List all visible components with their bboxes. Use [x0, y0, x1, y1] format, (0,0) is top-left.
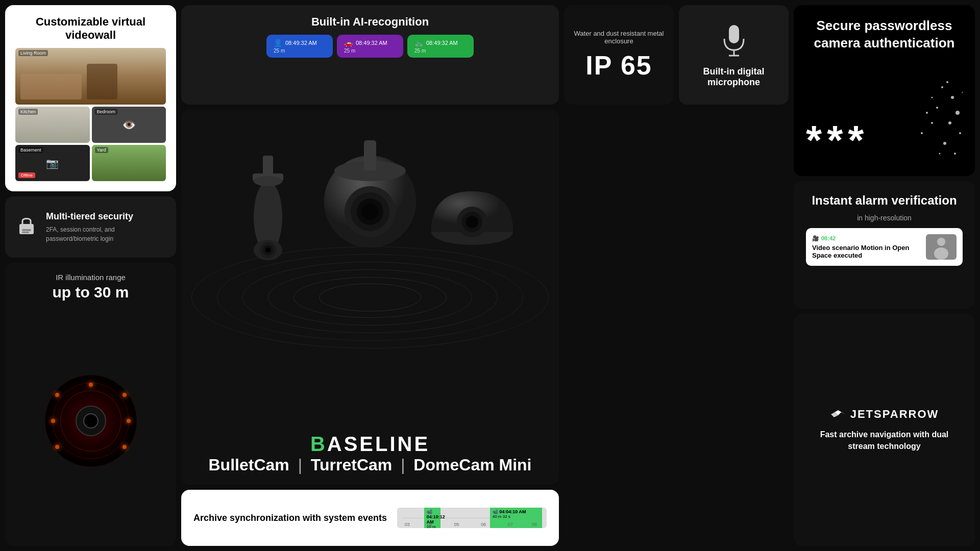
cameras-card: BBASELINEASELINE BulletCam | TurretCam |… — [181, 110, 559, 485]
vw-cell-kitchen: Kitchen — [15, 107, 90, 143]
svg-rect-14 — [364, 140, 376, 171]
jetsparrow-logo: JETSPARROW — [830, 408, 939, 421]
bullet-cam-svg — [217, 151, 319, 263]
bike-icon: 🚲 — [414, 39, 423, 47]
car-icon: 🚗 — [344, 39, 353, 47]
ai-title: Built-in AI-recognition — [191, 15, 549, 29]
vw-cell-basement: Basement 📷 Offline — [15, 145, 90, 181]
password-asterisks: *** — [806, 117, 869, 164]
svg-point-33 — [931, 122, 933, 124]
archive-card: Archive synchronization with system even… — [181, 490, 559, 546]
security-card: Multi-tiered security 2FA, session contr… — [5, 196, 176, 258]
videowall-title: Customizable virtual videowall — [15, 15, 166, 42]
videowall-grid: Living Room Kitchen Bedroom 👁️ — [15, 48, 166, 181]
video-icon: 🎥 — [812, 235, 819, 242]
alarm-notification: 🎥 08:42 Video scenario Motion in Open Sp… — [806, 228, 963, 266]
svg-point-30 — [948, 121, 951, 124]
ip65-card: Water and dust resistant metal enclosure… — [564, 5, 674, 105]
security-text: Multi-tiered security 2FA, session contr… — [46, 211, 166, 243]
jetsparrow-tagline: Fast archive navigation with dual stream… — [806, 429, 963, 452]
turret-cam-svg — [309, 130, 431, 263]
vw-label-living: Living Room — [18, 50, 48, 56]
vw-label-yard: Yard — [95, 147, 108, 153]
vw-cell-living: Living Room — [15, 48, 166, 105]
svg-point-22 — [466, 216, 478, 228]
mic-label: Built-in digital microphone — [687, 66, 780, 88]
dome-cam-svg — [421, 161, 523, 263]
timeline-track: 📹 04:10:12 AM 10 m 23 s 📹 04:04:10 AM 40… — [397, 508, 547, 528]
jetsparrow-card: JETSPARROW Fast archive navigation with … — [794, 314, 975, 546]
particle-splash — [871, 67, 963, 164]
ir-value: up to 30 m — [52, 284, 129, 301]
svg-point-28 — [955, 111, 960, 115]
svg-point-18 — [362, 204, 378, 220]
archive-label: Archive synchronization with system even… — [193, 513, 387, 523]
svg-point-37 — [954, 153, 956, 155]
ir-camera-visual — [45, 375, 137, 467]
svg-point-26 — [951, 96, 954, 99]
microphone-card: Built-in digital microphone — [679, 5, 789, 105]
svg-rect-1 — [22, 229, 31, 231]
passwordless-card: Secure passwordless camera authenticatio… — [794, 5, 975, 176]
svg-point-46 — [934, 247, 948, 260]
ai-badge-green-time: 08:49:32 AM — [426, 40, 458, 46]
brand-name: BBASELINEASELINE — [310, 433, 430, 456]
brand-b-letter: B — [310, 433, 327, 455]
vw-label-basement: Basement — [18, 147, 43, 153]
ai-badge-purple-time: 08:49:32 AM — [356, 40, 387, 46]
camera-models: BulletCam | TurretCam | DomeCam Mini — [208, 456, 531, 474]
ai-badge-blue: 👤 08:49:32 AM 25 m — [266, 35, 333, 58]
microphone-icon — [720, 22, 748, 60]
notification-text: 🎥 08:42 Video scenario Motion in Open Sp… — [812, 235, 921, 259]
ir-title: IR illumination range — [56, 273, 126, 282]
vw-label-kitchen: Kitchen — [18, 109, 38, 115]
ai-badge-purple: 🚗 08:49:32 AM 25 m — [337, 35, 403, 58]
vw-cell-yard: Yard — [92, 145, 166, 181]
vw-label-bedroom: Bedroom — [95, 109, 118, 115]
videowall-card: Customizable virtual videowall Living Ro… — [5, 5, 176, 191]
alarm-title: Instant alarm verification — [806, 193, 963, 208]
passwordless-title: Secure passwordless camera authenticatio… — [806, 17, 963, 52]
svg-point-27 — [941, 86, 943, 88]
vw-cell-bedroom: Bedroom 👁️ — [92, 107, 166, 143]
svg-point-39 — [921, 132, 923, 134]
svg-point-38 — [939, 153, 941, 155]
svg-point-35 — [962, 92, 963, 93]
ai-badge-purple-dist: 25 m — [344, 48, 396, 54]
ai-badge-green-dist: 25 m — [414, 48, 467, 54]
security-description: 2FA, session control, and password/biome… — [46, 225, 166, 243]
ai-badge-green: 🚲 08:49:32 AM 25 m — [407, 35, 474, 58]
security-icon — [15, 214, 38, 241]
svg-point-43 — [946, 81, 948, 83]
alarm-card: Instant alarm verification in high-resol… — [794, 181, 975, 309]
notification-description: Video scenario Motion in Open Space exec… — [812, 244, 921, 259]
notification-time: 🎥 08:42 — [812, 235, 921, 242]
security-title: Multi-tiered security — [46, 211, 166, 222]
alarm-subtitle: in high-resolution — [806, 214, 963, 222]
ip65-subtitle: Water and dust resistant metal enclosure — [572, 30, 666, 45]
svg-point-42 — [932, 97, 933, 98]
ip65-value: IP 65 — [585, 50, 652, 81]
ai-badge-blue-dist: 25 m — [274, 48, 326, 54]
ir-card: IR illumination range up to 30 m — [5, 263, 176, 546]
svg-point-9 — [265, 247, 271, 253]
svg-point-45 — [937, 238, 945, 246]
svg-point-10 — [254, 176, 282, 186]
svg-rect-3 — [263, 156, 273, 176]
ai-card: Built-in AI-recognition 👤 08:49:32 AM 25… — [181, 5, 559, 105]
offline-badge: Offline — [18, 172, 35, 178]
notification-thumbnail — [926, 234, 957, 260]
svg-point-32 — [943, 142, 946, 145]
svg-point-29 — [936, 107, 938, 109]
ai-badges: 👤 08:49:32 AM 25 m 🚗 08:49:32 AM 25 m 🚲 — [191, 35, 549, 58]
svg-point-31 — [959, 132, 961, 134]
person-icon: 👤 — [274, 39, 282, 47]
svg-point-36 — [926, 112, 928, 114]
ai-badge-blue-time: 08:49:32 AM — [285, 40, 317, 46]
svg-rect-2 — [22, 232, 29, 233]
svg-rect-23 — [729, 25, 739, 43]
